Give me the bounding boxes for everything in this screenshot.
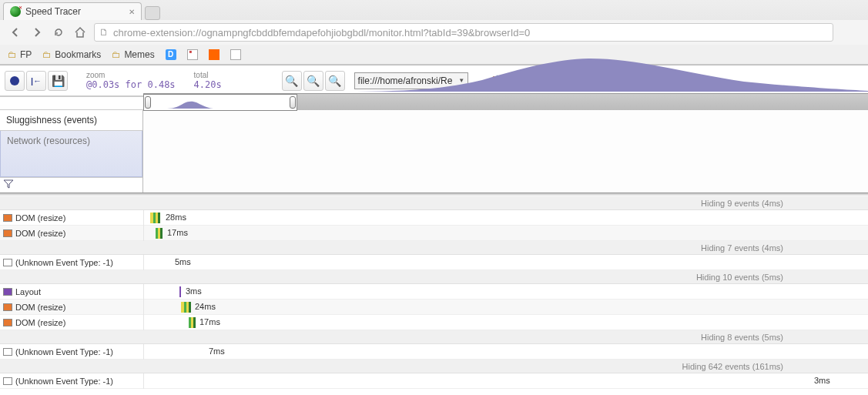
total-value: 4.20s — [194, 79, 240, 90]
hiding-summary[interactable]: Hiding 9 events (4ms) — [0, 196, 868, 210]
record-controls: |← 💾 — [5, 71, 68, 91]
bookmark-memes[interactable]: 🗀Memes — [112, 49, 154, 60]
event-name: Layout — [15, 287, 41, 296]
bar-segment — [179, 286, 181, 297]
zoom-info: zoom @0.03s for 0.48s — [86, 71, 176, 90]
hiding-summary[interactable]: Hiding 8 events (5ms) — [0, 330, 868, 344]
duration-label: 3ms — [814, 376, 837, 385]
event-row-dom-resize[interactable]: DOM (resize) 24ms — [0, 300, 868, 315]
duration-label: 17ms — [167, 228, 188, 237]
events-list: Hiding 9 events (4ms) DOM (resize) 28ms … — [0, 196, 868, 395]
bookmark-icon-doc[interactable] — [230, 49, 241, 60]
color-chip-icon — [3, 319, 12, 326]
color-chip-icon — [3, 303, 12, 311]
hiding-summary[interactable]: Hiding 7 events (4ms) — [0, 241, 868, 255]
network-area-chart — [344, 57, 868, 92]
reload-button[interactable] — [51, 25, 66, 40]
total-label: total — [194, 71, 240, 79]
main-panel: 32ms 60ms 88ms 116ms 143ms 171ms 199ms 2… — [0, 96, 868, 395]
duration-label: 7ms — [209, 346, 225, 356]
bookmark-icon-orange[interactable] — [209, 49, 220, 60]
speedtracer-favicon-icon — [10, 6, 21, 17]
duration-label: 3ms — [186, 286, 202, 296]
browser-tab[interactable]: Speed Tracer ✕ — [3, 2, 142, 20]
event-name: DOM (resize) — [15, 303, 65, 312]
browser-chrome: Speed Tracer ✕ 🗋 chrome-extension://ogna… — [0, 0, 868, 65]
square-icon — [209, 49, 220, 60]
bar-segment — [189, 302, 191, 313]
bookmark-icon-d[interactable]: D — [166, 49, 176, 60]
bookmark-label: Bookmarks — [55, 49, 101, 60]
bookmark-label: FP — [20, 49, 32, 60]
record-icon — [10, 76, 19, 85]
hiding-summary[interactable]: Hiding 10 events (5ms) — [0, 270, 868, 284]
color-chip-icon — [3, 259, 12, 266]
event-name: (Unknown Event Type: -1) — [15, 377, 113, 386]
folder-icon: 🗀 — [8, 49, 17, 60]
scrubber-handle-right[interactable] — [290, 96, 296, 109]
color-chip-icon — [3, 288, 12, 296]
duration-label: 28ms — [166, 213, 186, 222]
bookmark-bookmarks[interactable]: 🗀Bookmarks — [42, 49, 101, 60]
back-button[interactable] — [8, 25, 23, 40]
reset-button[interactable]: |← — [26, 71, 46, 91]
zoom-controls: 🔍 🔍 🔍 — [282, 71, 345, 91]
event-name: (Unknown Event Type: -1) — [15, 258, 113, 267]
url-text: chrome-extension://ognampngfcbddbfemdape… — [113, 27, 828, 38]
section-label: Sluggishness (events) — [6, 115, 97, 126]
event-name: DOM (resize) — [15, 318, 65, 327]
folder-icon: 🗀 — [42, 49, 52, 60]
color-chip-icon — [3, 229, 12, 237]
duration-label: 17ms — [199, 317, 220, 326]
bar-segment — [160, 228, 163, 239]
navigation-bar: 🗋 chrome-extension://ognampngfcbddbfemda… — [0, 20, 868, 45]
forward-button[interactable] — [29, 25, 45, 40]
event-row-dom-resize[interactable]: DOM (resize) 28ms — [0, 210, 868, 226]
close-tab-icon[interactable]: ✕ — [129, 8, 135, 16]
event-name: (Unknown Event Type: -1) — [15, 347, 113, 357]
duration-label: 5ms — [175, 257, 191, 266]
timeline-scrubber[interactable] — [143, 93, 868, 110]
filter-icon[interactable] — [3, 179, 14, 191]
disqus-icon: D — [166, 49, 176, 60]
home-button[interactable] — [72, 25, 88, 40]
filter-row — [0, 177, 142, 192]
overview-row: Sluggishness (events) Network (resources… — [0, 110, 868, 193]
mini-chart — [167, 99, 213, 109]
section-network[interactable]: Network (resources) — [0, 131, 142, 177]
event-name: DOM (resize) — [15, 213, 65, 223]
event-row-layout[interactable]: Layout 3ms — [0, 284, 868, 300]
zoom-out-icon: 🔍 — [285, 75, 298, 87]
bookmark-icon-calendar[interactable] — [187, 49, 198, 60]
event-row-dom-resize[interactable]: DOM (resize) 17ms — [0, 226, 868, 241]
address-bar[interactable]: 🗋 chrome-extension://ognampngfcbddbfemda… — [94, 23, 833, 42]
zoom-fit-icon: 🔍 — [328, 75, 341, 87]
event-row-dom-resize[interactable]: DOM (resize) 17ms — [0, 315, 868, 330]
event-name: DOM (resize) — [15, 229, 65, 238]
section-sluggishness[interactable]: Sluggishness (events) — [0, 110, 142, 131]
bookmark-fp[interactable]: 🗀FP — [8, 49, 32, 60]
zoom-fit-button[interactable]: 🔍 — [325, 71, 345, 91]
scrubber-handle-left[interactable] — [145, 96, 151, 109]
zoom-in-button[interactable]: 🔍 — [303, 71, 323, 91]
zoom-value: @0.03s for 0.48s — [86, 79, 176, 90]
zoom-label: zoom — [86, 71, 176, 79]
color-chip-icon — [3, 348, 12, 356]
hiding-summary[interactable]: Hiding 642 events (161ms) — [0, 360, 868, 373]
save-button[interactable]: 💾 — [48, 71, 68, 91]
event-row-unknown[interactable]: (Unknown Event Type: -1) 7ms — [0, 344, 868, 360]
tab-title: Speed Tracer — [25, 6, 124, 17]
zoom-out-button[interactable]: 🔍 — [282, 71, 302, 91]
save-icon: 💾 — [52, 75, 65, 87]
new-tab-button[interactable] — [145, 6, 160, 20]
overview-chart — [143, 110, 868, 192]
folder-icon: 🗀 — [112, 49, 121, 60]
scrubber-window[interactable] — [143, 94, 297, 111]
duration-label: 24ms — [195, 302, 216, 311]
zoom-in-icon: 🔍 — [307, 75, 320, 87]
event-row-unknown[interactable]: (Unknown Event Type: -1) 3ms — [0, 373, 868, 389]
event-row-unknown[interactable]: (Unknown Event Type: -1) 5ms — [0, 255, 868, 270]
bookmark-label: Memes — [124, 49, 154, 60]
record-button[interactable] — [5, 71, 25, 91]
tab-strip: Speed Tracer ✕ — [0, 0, 868, 20]
